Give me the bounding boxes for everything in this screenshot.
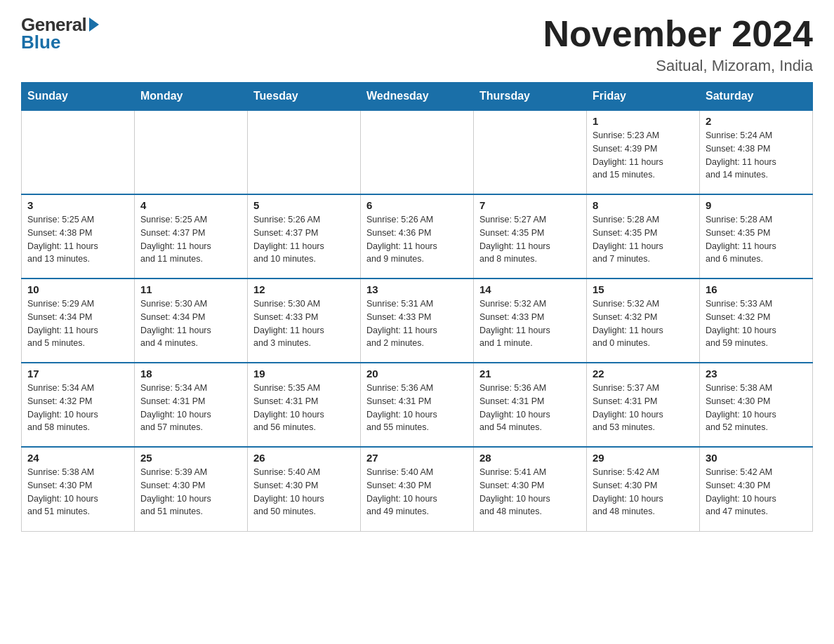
calendar-day: 15Sunrise: 5:32 AMSunset: 4:32 PMDayligh… xyxy=(587,279,700,363)
calendar-body: 1Sunrise: 5:23 AMSunset: 4:39 PMDaylight… xyxy=(22,110,813,531)
day-info: Sunrise: 5:25 AMSunset: 4:37 PMDaylight:… xyxy=(140,213,241,266)
calendar-week-row: 10Sunrise: 5:29 AMSunset: 4:34 PMDayligh… xyxy=(22,279,813,363)
calendar-day: 25Sunrise: 5:39 AMSunset: 4:30 PMDayligh… xyxy=(135,447,248,531)
day-of-week-header: Tuesday xyxy=(248,83,361,111)
day-number: 24 xyxy=(27,452,128,464)
day-info: Sunrise: 5:34 AMSunset: 4:31 PMDaylight:… xyxy=(140,382,241,434)
calendar-day: 21Sunrise: 5:36 AMSunset: 4:31 PMDayligh… xyxy=(474,363,587,447)
day-number: 30 xyxy=(706,452,807,464)
day-number: 17 xyxy=(27,368,128,380)
day-of-week-header: Thursday xyxy=(474,83,587,111)
day-number: 10 xyxy=(27,283,128,295)
days-of-week-row: SundayMondayTuesdayWednesdayThursdayFrid… xyxy=(22,83,813,111)
day-number: 28 xyxy=(479,452,581,464)
day-info: Sunrise: 5:36 AMSunset: 4:31 PMDaylight:… xyxy=(479,382,581,434)
calendar-week-row: 3Sunrise: 5:25 AMSunset: 4:38 PMDaylight… xyxy=(22,194,813,279)
calendar-day: 3Sunrise: 5:25 AMSunset: 4:38 PMDaylight… xyxy=(22,194,135,279)
day-number: 12 xyxy=(253,283,355,295)
month-title: November 2024 xyxy=(543,14,813,54)
day-info: Sunrise: 5:26 AMSunset: 4:37 PMDaylight:… xyxy=(253,213,355,266)
day-info: Sunrise: 5:41 AMSunset: 4:30 PMDaylight:… xyxy=(479,466,581,518)
logo: General Blue xyxy=(21,14,99,53)
day-info: Sunrise: 5:34 AMSunset: 4:32 PMDaylight:… xyxy=(27,382,128,434)
logo-blue-text: Blue xyxy=(21,32,60,53)
day-info: Sunrise: 5:28 AMSunset: 4:35 PMDaylight:… xyxy=(593,213,694,266)
calendar-day: 14Sunrise: 5:32 AMSunset: 4:33 PMDayligh… xyxy=(474,279,587,363)
day-info: Sunrise: 5:33 AMSunset: 4:32 PMDaylight:… xyxy=(706,297,807,350)
calendar-day: 6Sunrise: 5:26 AMSunset: 4:36 PMDaylight… xyxy=(361,194,474,279)
calendar-day: 9Sunrise: 5:28 AMSunset: 4:35 PMDaylight… xyxy=(700,194,813,279)
day-number: 16 xyxy=(706,283,807,295)
calendar-week-row: 17Sunrise: 5:34 AMSunset: 4:32 PMDayligh… xyxy=(22,363,813,447)
day-info: Sunrise: 5:36 AMSunset: 4:31 PMDaylight:… xyxy=(366,382,468,434)
calendar-day: 23Sunrise: 5:38 AMSunset: 4:30 PMDayligh… xyxy=(700,363,813,447)
day-info: Sunrise: 5:31 AMSunset: 4:33 PMDaylight:… xyxy=(366,297,468,350)
calendar-day: 16Sunrise: 5:33 AMSunset: 4:32 PMDayligh… xyxy=(700,279,813,363)
day-number: 14 xyxy=(479,283,581,295)
calendar-day: 20Sunrise: 5:36 AMSunset: 4:31 PMDayligh… xyxy=(361,363,474,447)
calendar-day: 12Sunrise: 5:30 AMSunset: 4:33 PMDayligh… xyxy=(248,279,361,363)
day-info: Sunrise: 5:37 AMSunset: 4:31 PMDaylight:… xyxy=(593,382,694,434)
calendar-day: 28Sunrise: 5:41 AMSunset: 4:30 PMDayligh… xyxy=(474,447,587,531)
day-of-week-header: Sunday xyxy=(22,83,135,111)
calendar-day: 13Sunrise: 5:31 AMSunset: 4:33 PMDayligh… xyxy=(361,279,474,363)
day-info: Sunrise: 5:38 AMSunset: 4:30 PMDaylight:… xyxy=(27,466,128,518)
day-info: Sunrise: 5:26 AMSunset: 4:36 PMDaylight:… xyxy=(366,213,468,266)
day-number: 23 xyxy=(706,368,807,380)
day-info: Sunrise: 5:42 AMSunset: 4:30 PMDaylight:… xyxy=(706,466,807,518)
day-info: Sunrise: 5:25 AMSunset: 4:38 PMDaylight:… xyxy=(27,213,128,266)
calendar-header: SundayMondayTuesdayWednesdayThursdayFrid… xyxy=(22,83,813,111)
day-number: 13 xyxy=(366,283,468,295)
calendar-day: 11Sunrise: 5:30 AMSunset: 4:34 PMDayligh… xyxy=(135,279,248,363)
calendar-empty-day xyxy=(474,110,587,194)
calendar-table: SundayMondayTuesdayWednesdayThursdayFrid… xyxy=(21,82,813,532)
day-info: Sunrise: 5:32 AMSunset: 4:33 PMDaylight:… xyxy=(479,297,581,350)
day-number: 9 xyxy=(706,199,807,211)
day-info: Sunrise: 5:32 AMSunset: 4:32 PMDaylight:… xyxy=(593,297,694,350)
day-info: Sunrise: 5:28 AMSunset: 4:35 PMDaylight:… xyxy=(706,213,807,266)
day-info: Sunrise: 5:40 AMSunset: 4:30 PMDaylight:… xyxy=(366,466,468,518)
calendar-day: 19Sunrise: 5:35 AMSunset: 4:31 PMDayligh… xyxy=(248,363,361,447)
day-number: 8 xyxy=(593,199,694,211)
calendar-day: 30Sunrise: 5:42 AMSunset: 4:30 PMDayligh… xyxy=(700,447,813,531)
calendar-day: 22Sunrise: 5:37 AMSunset: 4:31 PMDayligh… xyxy=(587,363,700,447)
day-number: 6 xyxy=(366,199,468,211)
day-number: 22 xyxy=(593,368,694,380)
day-info: Sunrise: 5:30 AMSunset: 4:33 PMDaylight:… xyxy=(253,297,355,350)
day-number: 25 xyxy=(140,452,241,464)
day-info: Sunrise: 5:35 AMSunset: 4:31 PMDaylight:… xyxy=(253,382,355,434)
calendar-week-row: 24Sunrise: 5:38 AMSunset: 4:30 PMDayligh… xyxy=(22,447,813,531)
day-number: 21 xyxy=(479,368,581,380)
calendar-empty-day xyxy=(22,110,135,194)
day-number: 1 xyxy=(593,115,694,127)
calendar-day: 2Sunrise: 5:24 AMSunset: 4:38 PMDaylight… xyxy=(700,110,813,194)
day-info: Sunrise: 5:39 AMSunset: 4:30 PMDaylight:… xyxy=(140,466,241,518)
calendar-day: 8Sunrise: 5:28 AMSunset: 4:35 PMDaylight… xyxy=(587,194,700,279)
day-number: 15 xyxy=(593,283,694,295)
day-number: 29 xyxy=(593,452,694,464)
title-section: November 2024 Saitual, Mizoram, India xyxy=(543,14,813,75)
day-info: Sunrise: 5:29 AMSunset: 4:34 PMDaylight:… xyxy=(27,297,128,350)
day-number: 11 xyxy=(140,283,241,295)
logo-arrow-icon xyxy=(89,18,99,32)
day-info: Sunrise: 5:23 AMSunset: 4:39 PMDaylight:… xyxy=(593,129,694,182)
calendar-day: 5Sunrise: 5:26 AMSunset: 4:37 PMDaylight… xyxy=(248,194,361,279)
day-info: Sunrise: 5:38 AMSunset: 4:30 PMDaylight:… xyxy=(706,382,807,434)
calendar-day: 26Sunrise: 5:40 AMSunset: 4:30 PMDayligh… xyxy=(248,447,361,531)
page-header: General Blue November 2024 Saitual, Mizo… xyxy=(21,14,813,75)
calendar-day: 29Sunrise: 5:42 AMSunset: 4:30 PMDayligh… xyxy=(587,447,700,531)
day-info: Sunrise: 5:42 AMSunset: 4:30 PMDaylight:… xyxy=(593,466,694,518)
location-subtitle: Saitual, Mizoram, India xyxy=(543,57,813,75)
day-of-week-header: Friday xyxy=(587,83,700,111)
day-number: 26 xyxy=(253,452,355,464)
day-number: 4 xyxy=(140,199,241,211)
day-number: 7 xyxy=(479,199,581,211)
day-number: 18 xyxy=(140,368,241,380)
day-number: 27 xyxy=(366,452,468,464)
calendar-day: 24Sunrise: 5:38 AMSunset: 4:30 PMDayligh… xyxy=(22,447,135,531)
day-info: Sunrise: 5:40 AMSunset: 4:30 PMDaylight:… xyxy=(253,466,355,518)
day-number: 20 xyxy=(366,368,468,380)
day-of-week-header: Monday xyxy=(135,83,248,111)
calendar-week-row: 1Sunrise: 5:23 AMSunset: 4:39 PMDaylight… xyxy=(22,110,813,194)
calendar-day: 18Sunrise: 5:34 AMSunset: 4:31 PMDayligh… xyxy=(135,363,248,447)
